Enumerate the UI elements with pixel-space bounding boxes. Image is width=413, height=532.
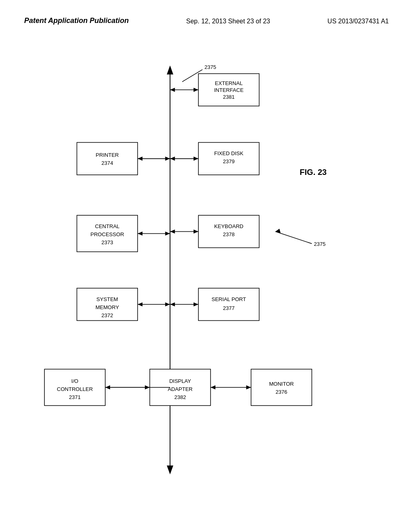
svg-text:2371: 2371: [69, 394, 81, 400]
svg-text:2381: 2381: [223, 94, 235, 100]
svg-text:2375: 2375: [204, 64, 216, 70]
svg-text:2375: 2375: [314, 241, 325, 247]
svg-marker-23: [170, 157, 175, 161]
svg-marker-36: [194, 229, 198, 233]
svg-marker-33: [165, 231, 170, 235]
svg-text:CENTRAL: CENTRAL: [95, 223, 119, 229]
svg-text:MONITOR: MONITOR: [269, 381, 294, 387]
svg-text:CONTROLLER: CONTROLLER: [57, 386, 93, 392]
svg-text:DISPLAY: DISPLAY: [169, 378, 191, 384]
svg-text:SYSTEM: SYSTEM: [96, 296, 118, 302]
svg-marker-70: [211, 385, 215, 389]
svg-marker-22: [194, 157, 198, 161]
svg-text:FIXED DISK: FIXED DISK: [214, 150, 244, 156]
svg-marker-52: [194, 302, 198, 306]
sheet-info: Sep. 12, 2013 Sheet 23 of 23: [186, 16, 270, 27]
svg-marker-37: [170, 229, 175, 233]
svg-marker-53: [170, 302, 175, 306]
svg-rect-45: [198, 288, 259, 320]
diagram-area: EXTERNAL INTERFACE 2381 2375 PRINTER 237…: [24, 60, 389, 508]
svg-rect-62: [251, 369, 312, 405]
svg-marker-69: [246, 385, 251, 389]
svg-text:EXTERNAL: EXTERNAL: [215, 80, 243, 86]
svg-marker-1: [167, 66, 173, 75]
svg-text:2373: 2373: [101, 239, 113, 245]
svg-text:2378: 2378: [223, 231, 235, 237]
svg-text:I/O: I/O: [71, 378, 78, 384]
svg-rect-12: [77, 142, 138, 175]
svg-text:2374: 2374: [101, 160, 113, 166]
svg-marker-49: [165, 302, 170, 306]
svg-marker-50: [138, 302, 142, 306]
svg-marker-19: [165, 157, 170, 161]
svg-text:ADAPTER: ADAPTER: [168, 386, 193, 392]
page-header: Patent Application Publication Sep. 12, …: [0, 0, 413, 27]
svg-text:PRINTER: PRINTER: [96, 152, 119, 158]
svg-line-38: [275, 231, 312, 243]
diagram-svg: EXTERNAL INTERFACE 2381 2375 PRINTER 237…: [24, 60, 389, 508]
svg-marker-34: [138, 231, 142, 235]
svg-text:2372: 2372: [101, 312, 113, 318]
svg-text:FIG. 23: FIG. 23: [300, 168, 327, 177]
svg-marker-9: [170, 88, 175, 92]
svg-marker-8: [194, 88, 198, 92]
svg-text:PROCESSOR: PROCESSOR: [90, 231, 124, 237]
svg-text:MEMORY: MEMORY: [96, 304, 119, 310]
patent-page: Patent Application Publication Sep. 12, …: [0, 0, 413, 532]
svg-marker-20: [138, 157, 142, 161]
publication-title: Patent Application Publication: [24, 16, 129, 25]
svg-text:2377: 2377: [223, 305, 235, 311]
svg-text:2382: 2382: [174, 394, 186, 400]
svg-text:KEYBOARD: KEYBOARD: [214, 223, 244, 229]
svg-text:SERIAL PORT: SERIAL PORT: [211, 296, 246, 302]
svg-text:2376: 2376: [275, 389, 287, 395]
svg-text:INTERFACE: INTERFACE: [214, 87, 244, 93]
svg-marker-2: [167, 466, 173, 474]
patent-number: US 2013/0237431 A1: [327, 16, 389, 27]
svg-text:2379: 2379: [223, 158, 235, 164]
